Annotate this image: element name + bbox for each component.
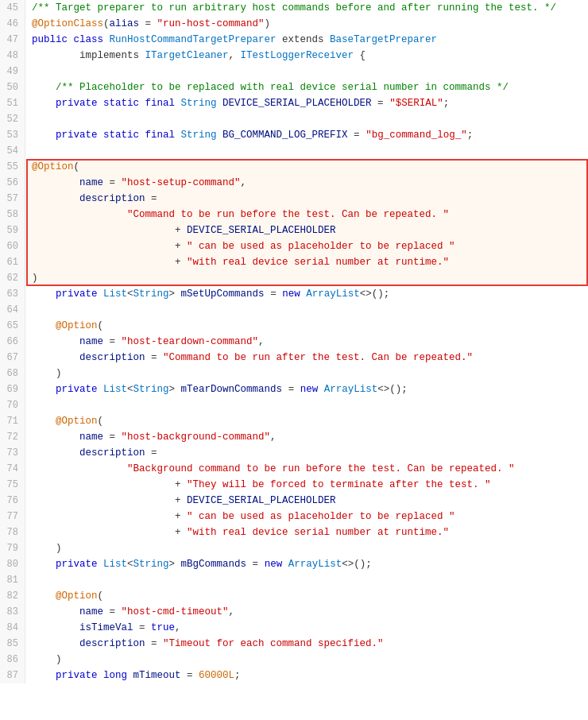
line-number: 85 (0, 636, 25, 652)
line-number: 78 (0, 525, 25, 540)
token-kw: true (151, 622, 175, 633)
token-str: "host-cmd-timeout" (122, 606, 229, 617)
code-line: 80 private List<String> mBgCommands = ne… (0, 556, 588, 572)
code-line: 69 private List<String> mTearDownCommand… (0, 381, 588, 397)
code-line: 60 + " can be used as placeholder to be … (0, 238, 588, 254)
line-content (25, 302, 38, 318)
line-number: 75 (0, 477, 25, 493)
token-plain: ) (32, 543, 62, 554)
token-ann: @Option (56, 320, 98, 331)
line-number: 70 (0, 397, 25, 413)
token-str: "They will be forced to terminate after … (187, 479, 491, 490)
token-plain: + (32, 495, 187, 506)
token-ann: @Option (56, 590, 98, 602)
line-content: isTimeVal = true, (25, 620, 181, 636)
token-field: DEVICE_SERIAL_PLACEHOLDER (187, 495, 336, 506)
line-number: 74 (0, 461, 25, 477)
line-number: 73 (0, 445, 25, 461)
token-plain: <>(); (377, 384, 408, 395)
line-number: 45 (0, 0, 25, 16)
token-field: name (79, 177, 103, 188)
line-content: implements ITargetCleaner, ITestLoggerRe… (25, 48, 366, 64)
token-cls: String (181, 130, 217, 141)
code-line: 68 ) (0, 366, 588, 381)
token-cls: String (181, 98, 217, 109)
token-kw: new (265, 559, 288, 570)
line-number: 62 (0, 270, 25, 286)
code-line: 70 (0, 397, 588, 413)
code-line: 65 @Option( (0, 318, 588, 334)
code-line: 81 (0, 572, 588, 588)
line-content: + " can be used as placeholder to be rep… (25, 238, 455, 254)
line-content: @Option( (25, 588, 103, 604)
token-str: " can be used as placeholder to be repla… (187, 241, 455, 252)
line-content: + "with real device serial number at run… (25, 525, 449, 540)
token-plain: < (127, 288, 133, 300)
token-cls: String (133, 559, 169, 570)
line-number: 48 (0, 48, 25, 64)
token-cls: ArrayList (288, 559, 342, 570)
line-content (25, 397, 38, 413)
token-plain: + (32, 527, 187, 538)
code-line: 58 "Command to be run before the test. C… (0, 207, 588, 223)
token-plain: = (181, 670, 199, 681)
code-line: 78 + "with real device serial number at … (0, 525, 588, 540)
token-plain (32, 177, 79, 188)
token-field: BG_COMMAND_LOG_PREFIX (222, 130, 348, 141)
line-number: 86 (0, 652, 25, 668)
code-line: 67 description = "Command to be run afte… (0, 350, 588, 366)
line-content: private static final String BG_COMMAND_L… (25, 127, 473, 143)
token-plain: + (32, 225, 187, 236)
token-str: " can be used as placeholder to be repla… (187, 511, 455, 522)
token-plain: + (32, 241, 187, 252)
line-number: 68 (0, 366, 25, 381)
line-number: 66 (0, 334, 25, 350)
line-content: description = "Command to be run after t… (25, 350, 473, 366)
line-number: 71 (0, 413, 25, 429)
token-plain: <>(); (342, 559, 372, 570)
token-field: mTearDownCommands (181, 384, 283, 395)
code-line: 52 (0, 111, 588, 127)
line-content (25, 111, 38, 127)
token-cls: String (133, 288, 169, 300)
code-line: 84 isTimeVal = true, (0, 620, 588, 636)
line-content: public class RunHostCommandTargetPrepare… (25, 32, 437, 48)
token-plain (32, 384, 56, 395)
code-line: 82 @Option( (0, 588, 588, 604)
code-line: 54 (0, 143, 588, 159)
code-line: 63 private List<String> mSetUpCommands =… (0, 286, 588, 302)
token-str: "Command to be run after the test. Can b… (163, 352, 473, 363)
token-plain: ) (32, 273, 38, 284)
code-line: 83 name = "host-cmd-timeout", (0, 604, 588, 620)
code-line: 73 description = (0, 445, 588, 461)
token-plain: extends (277, 34, 331, 45)
token-plain: , (258, 336, 265, 347)
token-str: "host-teardown-command" (122, 336, 259, 347)
token-plain: < (127, 384, 133, 395)
line-number: 57 (0, 191, 25, 207)
token-plain: = (145, 193, 157, 204)
token-field: description (79, 447, 145, 459)
token-plain: ( (98, 590, 104, 602)
line-content: @Option( (25, 413, 103, 429)
token-str: "Command to be run before the test. Can … (127, 209, 449, 220)
token-plain: = (145, 352, 164, 363)
token-cm: /** Placeholder to be replaced with real… (32, 82, 509, 93)
token-ann: @OptionClass (32, 18, 103, 29)
token-plain (32, 98, 56, 109)
token-plain: = (348, 130, 366, 141)
token-plain: < (127, 559, 133, 570)
token-kw: new (300, 384, 324, 395)
token-str: "Timeout for each command specified." (163, 638, 384, 649)
code-line: 66 name = "host-teardown-command", (0, 334, 588, 350)
line-number: 76 (0, 493, 25, 509)
token-cls: ArrayList (324, 384, 378, 395)
token-plain: > (169, 384, 181, 395)
token-plain: > (169, 559, 181, 570)
code-line: 87 private long mTimeout = 60000L; (0, 668, 588, 683)
token-cls: List (103, 559, 127, 570)
code-line: 51 private static final String DEVICE_SE… (0, 95, 588, 111)
line-content: description = "Timeout for each command … (25, 636, 384, 652)
token-field: description (79, 638, 145, 649)
token-kw: private static final (56, 98, 181, 109)
